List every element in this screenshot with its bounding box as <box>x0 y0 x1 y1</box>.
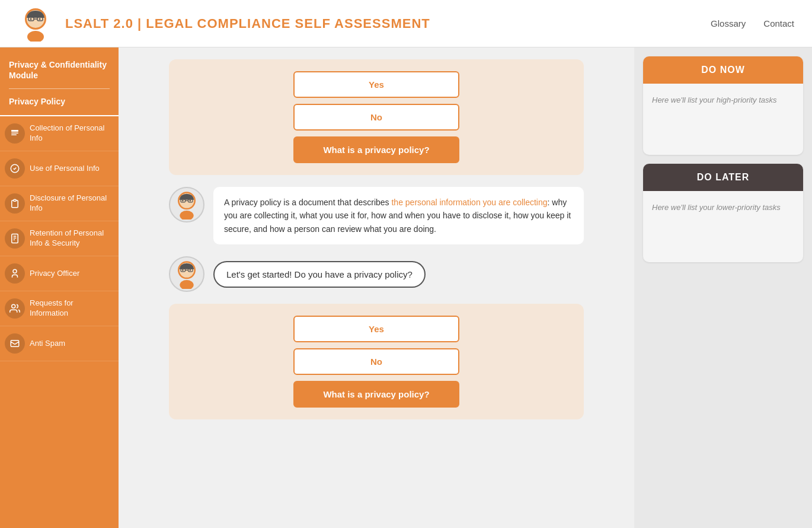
info-link-text: the personal information you are collect… <box>391 198 547 207</box>
bottom-yes-button[interactable]: Yes <box>293 316 459 342</box>
avatar-svg <box>172 190 202 220</box>
sidebar-label-antispam: Anti Spam <box>30 339 119 349</box>
svg-point-16 <box>12 305 15 308</box>
sidebar-item-requests[interactable]: Requests for Information <box>0 291 119 326</box>
nav-contact[interactable]: Contact <box>763 18 794 28</box>
sidebar-icon-antispam <box>0 333 30 354</box>
sidebar-icon-officer <box>0 263 30 284</box>
sidebar-items-lower: Collection of Personal Info Use of Perso… <box>0 116 119 361</box>
title-rest: | LEGAL COMPLIANCE SELF ASSESSMENT <box>133 16 430 31</box>
logo-icon <box>18 6 53 42</box>
avatar-info <box>169 187 204 222</box>
sidebar-label-requests: Requests for Information <box>30 298 119 319</box>
bottom-no-button[interactable]: No <box>293 348 459 375</box>
sidebar-label-retention: Retention of Personal Info & Security <box>30 228 119 249</box>
svg-point-15 <box>13 270 17 273</box>
svg-rect-10 <box>11 135 17 136</box>
top-yes-button[interactable]: Yes <box>293 71 459 98</box>
sidebar-label-disclosure: Disclosure of Personal Info <box>30 193 119 214</box>
main-content: Yes No What is a privacy policy? <box>119 47 634 528</box>
sidebar-icon-disclosure <box>0 193 30 214</box>
do-later-card: DO LATER Here we'll list your lower-prio… <box>643 164 803 262</box>
svg-point-5 <box>30 18 32 20</box>
nav-glossary[interactable]: Glossary <box>711 18 746 28</box>
svg-point-24 <box>180 211 193 220</box>
sidebar-active-privacy-policy[interactable]: Privacy Policy <box>0 94 119 116</box>
question-bubble: Let's get started! Do you have a privacy… <box>169 256 584 292</box>
svg-point-7 <box>27 31 44 42</box>
avatar-question <box>169 256 204 292</box>
page-header: LSALT 2.0 | LEGAL COMPLIANCE SELF ASSESS… <box>0 0 812 47</box>
sidebar-icon-retention <box>0 228 30 249</box>
svg-rect-8 <box>11 130 18 132</box>
svg-point-31 <box>190 269 191 271</box>
header-nav: Glossary Contact <box>711 18 794 28</box>
sidebar: Privacy & Confidentiality Module Privacy… <box>0 47 119 528</box>
sidebar-item-officer[interactable]: Privacy Officer <box>0 256 119 291</box>
info-bubble: A privacy policy is a document that desc… <box>169 187 584 244</box>
sidebar-item-use[interactable]: Use of Personal Info <box>0 151 119 186</box>
sidebar-item-collection[interactable]: Collection of Personal Info <box>0 116 119 151</box>
svg-point-32 <box>180 280 193 289</box>
do-now-header: DO NOW <box>643 56 803 84</box>
sidebar-divider <box>9 88 110 89</box>
logo-container <box>18 6 53 42</box>
svg-point-30 <box>182 269 184 271</box>
sidebar-item-disclosure[interactable]: Disclosure of Personal Info <box>0 186 119 221</box>
bottom-what-is-button[interactable]: What is a privacy policy? <box>293 381 459 408</box>
bottom-answer-block: Yes No What is a privacy policy? <box>169 304 584 419</box>
sidebar-item-retention[interactable]: Retention of Personal Info & Security <box>0 221 119 256</box>
svg-rect-9 <box>11 133 18 134</box>
main-layout: Privacy & Confidentiality Module Privacy… <box>0 47 812 528</box>
title-bold: LSALT 2.0 <box>65 16 133 31</box>
do-later-body: Here we'll list your lower-priority task… <box>643 191 803 262</box>
info-bubble-text: A privacy policy is a document that desc… <box>213 187 584 244</box>
do-now-card: DO NOW Here we'll list your high-priorit… <box>643 56 803 155</box>
sidebar-label-collection: Collection of Personal Info <box>30 123 119 144</box>
svg-point-22 <box>182 200 184 202</box>
sidebar-module-title: Privacy & Confidentiality Module <box>0 47 119 84</box>
app-title: LSALT 2.0 | LEGAL COMPLIANCE SELF ASSESS… <box>65 16 711 31</box>
sidebar-icon-use <box>0 158 30 179</box>
chat-container: Yes No What is a privacy policy? <box>169 59 584 419</box>
svg-point-23 <box>190 200 191 202</box>
sidebar-item-antispam[interactable]: Anti Spam <box>0 326 119 361</box>
do-later-header: DO LATER <box>643 164 803 191</box>
question-text: Let's get started! Do you have a privacy… <box>213 261 426 288</box>
do-now-body: Here we'll list your high-priority tasks <box>643 84 803 155</box>
top-what-is-button[interactable]: What is a privacy policy? <box>293 136 459 163</box>
top-answer-block: Yes No What is a privacy policy? <box>169 59 584 175</box>
svg-point-6 <box>39 18 41 20</box>
top-no-button[interactable]: No <box>293 104 459 131</box>
sidebar-icon-requests <box>0 298 30 319</box>
sidebar-label-use: Use of Personal Info <box>30 164 119 174</box>
avatar-svg-q <box>172 259 202 289</box>
sidebar-label-officer: Privacy Officer <box>30 269 119 279</box>
sidebar-icon-collection <box>0 123 30 144</box>
right-panel: DO NOW Here we'll list your high-priorit… <box>634 47 812 528</box>
